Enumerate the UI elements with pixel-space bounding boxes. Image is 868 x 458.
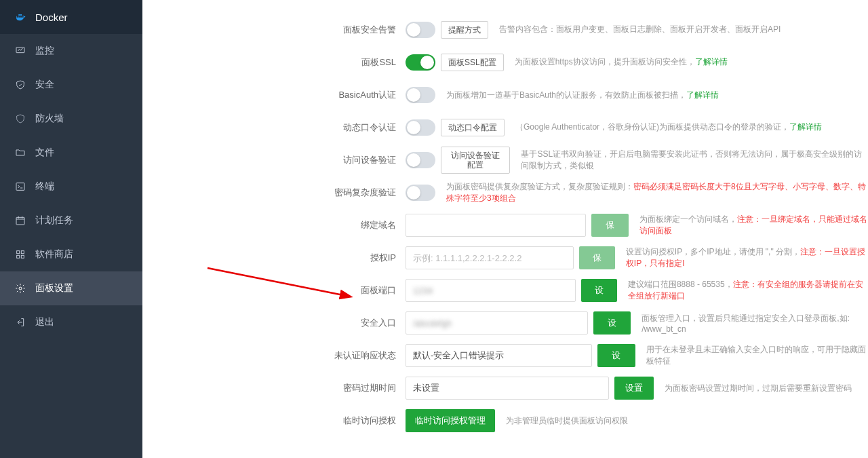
svg-point-7 <box>19 287 22 290</box>
input-entry[interactable]: /abcdefgh <box>406 311 588 335</box>
desc-port: 建议端口范围8888 - 65535，注意：有安全组的服务器请提前在安全组放行新… <box>628 279 868 302</box>
desc-domain: 为面板绑定一个访问域名，注意：一旦绑定域名，只能通过域名访问面板 <box>639 214 868 237</box>
toggle-basicauth[interactable] <box>406 87 435 103</box>
sidebar-item-cron[interactable]: 计划任务 <box>0 204 142 237</box>
link-otp-learn[interactable]: 了解详情 <box>789 122 822 132</box>
label-temp: 临时访问授权 <box>142 415 406 427</box>
desc-ip: 设置访问授权IP，多个IP地址，请使用 "," 分割，注意：一旦设置授权IP，只… <box>626 246 868 269</box>
folder-icon <box>15 147 26 158</box>
desc-expire: 为面板密码设置过期时间，过期后需要重新设置密码 <box>665 383 852 394</box>
svg-rect-5 <box>17 255 20 258</box>
sidebar-item-label: Docker <box>35 12 68 23</box>
sidebar-item-monitor[interactable]: 监控 <box>0 34 142 68</box>
row-ip: 授权IP 保存 设置访问授权IP，多个IP地址，请使用 "," 分割，注意：一旦… <box>142 242 868 274</box>
input-expire[interactable] <box>406 377 609 400</box>
logout-icon <box>15 317 26 328</box>
sidebar-item-label: 计划任务 <box>35 214 73 227</box>
desc-otp: （Google Authenticator，谷歌身份认证)为面板提供动态口令的登… <box>515 121 822 133</box>
label-basicauth: BasicAuth认证 <box>142 89 406 101</box>
docker-icon <box>15 12 26 22</box>
row-domain: 绑定域名 保存 为面板绑定一个访问域名，注意：一旦绑定域名，只能通过域名访问面板 <box>142 209 868 242</box>
btn-temp-manage[interactable]: 临时访问授权管理 <box>406 409 495 432</box>
gear-icon <box>15 283 26 294</box>
sidebar: Docker 监控 安全 防火墙 文件 终端 计划任务 软件商店 <box>0 0 142 458</box>
shield-icon <box>15 79 26 90</box>
sidebar-item-label: 软件商店 <box>35 248 73 261</box>
sidebar-item-terminal[interactable]: 终端 <box>0 170 142 204</box>
input-domain[interactable] <box>406 214 586 237</box>
sidebar-item-label: 终端 <box>35 180 54 193</box>
sidebar-item-label: 防火墙 <box>35 113 64 125</box>
sidebar-item-security[interactable]: 安全 <box>0 68 142 102</box>
btn-unauth-set[interactable]: 设置 <box>597 344 635 367</box>
row-otp: 动态口令认证 动态口令配置 （Google Authenticator，谷歌身份… <box>142 111 868 144</box>
sidebar-item-logout[interactable]: 退出 <box>0 305 142 339</box>
sidebar-item-appstore[interactable]: 软件商店 <box>0 237 142 271</box>
desc-ssl: 为面板设置https协议访问，提升面板访问安全性，了解详情 <box>515 56 728 68</box>
desc-device: 基于SSL证书双向验证，开启后电脑需要安装此证书，否则将无法访问，属于极高安全级… <box>521 149 868 172</box>
btn-ssl-config[interactable]: 面板SSL配置 <box>441 54 504 71</box>
link-ssl-learn[interactable]: 了解详情 <box>695 57 728 66</box>
label-device: 访问设备验证 <box>142 154 406 166</box>
label-ip: 授权IP <box>142 252 406 264</box>
svg-rect-2 <box>16 217 24 225</box>
btn-alert-mode[interactable]: 提醒方式 <box>441 21 488 39</box>
label-alert: 面板安全告警 <box>142 24 406 36</box>
sidebar-item-label: 文件 <box>35 147 54 159</box>
row-alert: 面板安全告警 提醒方式 告警内容包含：面板用户变更、面板日志删除、面板开启开发者… <box>142 14 868 46</box>
btn-domain-save[interactable]: 保存 <box>591 214 629 237</box>
desc-unauth: 用于在未登录且未正确输入安全入口时的响应，可用于隐藏面板特征 <box>646 344 868 367</box>
row-unauth: 未认证响应状态 设置 用于在未登录且未正确输入安全入口时的响应，可用于隐藏面板特… <box>142 339 868 372</box>
label-entry: 安全入口 <box>142 317 406 329</box>
btn-device-config[interactable]: 访问设备验证配置 <box>441 147 510 174</box>
label-domain: 绑定域名 <box>142 219 406 231</box>
row-pwdcomplex: 密码复杂度验证 为面板密码提供复杂度验证方式，复杂度验证规则：密码必须满足密码长… <box>142 176 868 209</box>
btn-port-set[interactable]: 设置 <box>581 279 617 302</box>
row-expire: 密码过期时间 设置 为面板密码设置过期时间，过期后需要重新设置密码 <box>142 372 868 404</box>
sidebar-item-docker[interactable]: Docker <box>0 0 142 34</box>
row-entry: 安全入口 /abcdefgh 设置 面板管理入口，设置后只能通过指定安全入口登录… <box>142 307 868 339</box>
desc-alert: 告警内容包含：面板用户变更、面板日志删除、面板开启开发者、面板开启API <box>499 24 781 35</box>
sidebar-item-files[interactable]: 文件 <box>0 136 142 170</box>
toggle-device[interactable] <box>406 152 435 168</box>
input-unauth[interactable] <box>406 344 592 367</box>
input-port[interactable]: 1234 <box>406 279 576 302</box>
toggle-pwdcomplex[interactable] <box>406 185 435 201</box>
svg-rect-4 <box>21 251 24 254</box>
toggle-ssl[interactable] <box>406 54 435 71</box>
desc-pwdcomplex: 为面板密码提供复杂度验证方式，复杂度验证规则：密码必须满足密码长度大于8位且大写… <box>446 181 868 204</box>
calendar-icon <box>15 215 26 226</box>
label-otp: 动态口令认证 <box>142 121 406 134</box>
label-pwdcomplex: 密码复杂度验证 <box>142 187 406 199</box>
row-ssl: 面板SSL 面板SSL配置 为面板设置https协议访问，提升面板访问安全性，了… <box>142 46 868 79</box>
main-content: 面板安全告警 提醒方式 告警内容包含：面板用户变更、面板日志删除、面板开启开发者… <box>142 0 868 458</box>
svg-rect-6 <box>21 255 24 258</box>
firewall-icon <box>15 113 26 124</box>
btn-expire-set[interactable]: 设置 <box>614 377 654 400</box>
input-ip[interactable] <box>406 246 574 269</box>
sidebar-item-settings[interactable]: 面板设置 <box>0 271 142 305</box>
label-port: 面板端口 <box>142 284 406 297</box>
toggle-otp[interactable] <box>406 119 435 136</box>
desc-entry: 面板管理入口，设置后只能通过指定安全入口登录面板,如: /www_bt_cn <box>642 313 868 334</box>
row-temp: 临时访问授权 临时访问授权管理 为非管理员临时提供面板访问权限 <box>142 404 868 437</box>
row-device: 访问设备验证 访问设备验证配置 基于SSL证书双向验证，开启后电脑需要安装此证书… <box>142 144 868 176</box>
desc-basicauth: 为面板增加一道基于BasicAuth的认证服务，有效防止面板被扫描，了解详情 <box>446 90 719 101</box>
btn-ip-save[interactable]: 保存 <box>579 246 615 269</box>
btn-entry-set[interactable]: 设置 <box>593 311 631 335</box>
sidebar-item-label: 监控 <box>35 45 54 57</box>
monitor-icon <box>15 45 26 56</box>
svg-rect-1 <box>16 183 24 191</box>
sidebar-item-label: 安全 <box>35 79 54 91</box>
terminal-icon <box>15 181 26 192</box>
sidebar-item-label: 退出 <box>35 316 54 328</box>
sidebar-item-firewall[interactable]: 防火墙 <box>0 102 142 136</box>
toggle-alert[interactable] <box>406 22 435 38</box>
btn-otp-config[interactable]: 动态口令配置 <box>441 119 505 136</box>
link-basic-learn[interactable]: 了解详情 <box>686 90 719 100</box>
row-basicauth: BasicAuth认证 为面板增加一道基于BasicAuth的认证服务，有效防止… <box>142 79 868 111</box>
desc-temp: 为非管理员临时提供面板访问权限 <box>506 415 628 427</box>
apps-icon <box>15 249 26 260</box>
label-unauth: 未认证响应状态 <box>142 349 406 362</box>
svg-rect-3 <box>17 251 20 254</box>
